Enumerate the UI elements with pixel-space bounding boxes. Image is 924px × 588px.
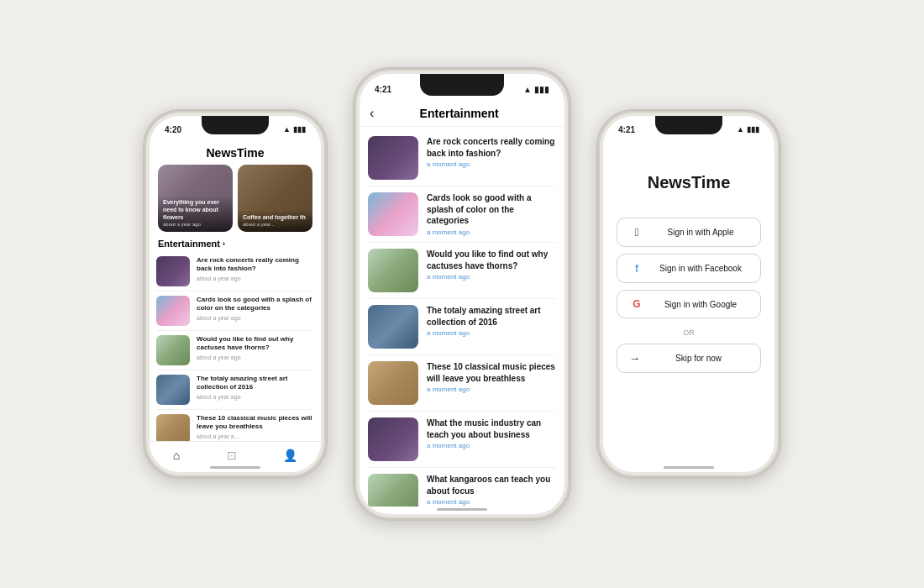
list-item[interactable]: Are rock concerts really coming back int… xyxy=(156,252,314,291)
phone-2: 4:21 ▲ ▮▮▮ ‹ Entertainment Are rock conc… xyxy=(353,67,571,521)
sign-facebook-label: Sign in with Facebook xyxy=(653,264,748,273)
cat-date-7: a moment ago xyxy=(427,498,556,506)
cat-thumb-4 xyxy=(368,305,418,349)
skip-button[interactable]: → Skip for now xyxy=(617,344,761,373)
featured-card-1[interactable]: Everything you ever need to know about f… xyxy=(158,165,233,232)
category-header: ‹ Entertainment xyxy=(360,101,564,127)
sign-apple-button[interactable]:  Sign in with Apple xyxy=(617,218,761,247)
cat-text-5: These 10 classical music pieces will lea… xyxy=(427,361,556,393)
vol-btn-up-3 xyxy=(596,203,597,223)
home-title: NewsTime xyxy=(150,139,321,165)
news-date-3: about a year ago xyxy=(197,354,314,360)
bookmark-icon[interactable]: ⊡ xyxy=(227,449,237,462)
arrow-icon: → xyxy=(629,352,640,365)
list-item[interactable]: Cards look so good with a splash of colo… xyxy=(368,186,556,243)
featured-overlay-1: Everything you ever need to know about f… xyxy=(158,195,233,232)
status-icons-2: ▲ ▮▮▮ xyxy=(523,85,549,94)
battery-icon-2: ▮▮▮ xyxy=(534,85,549,94)
sign-facebook-button[interactable]: f Sign in with Facebook xyxy=(617,254,761,283)
cat-thumb-7 xyxy=(368,474,418,507)
time-2: 4:21 xyxy=(375,85,391,94)
category-title: Entertainment xyxy=(381,107,538,120)
featured-date-1: about a year ago xyxy=(163,222,228,228)
cat-title-5: These 10 classical music pieces will lea… xyxy=(427,361,556,384)
home-icon[interactable]: ⌂ xyxy=(173,449,180,462)
cat-thumb-2 xyxy=(368,192,418,236)
section-header[interactable]: Entertainment › xyxy=(150,232,321,252)
status-icons-3: ▲ ▮▮▮ xyxy=(737,125,759,134)
cat-title-4: The totaly amazing street art collection… xyxy=(427,305,556,328)
news-list: Are rock concerts really coming back int… xyxy=(150,252,321,449)
or-divider: OR xyxy=(683,328,695,337)
home-indicator-3 xyxy=(664,466,714,469)
list-item[interactable]: The totaly amazing street art collection… xyxy=(368,299,556,355)
category-list[interactable]: Are rock concerts really coming back int… xyxy=(360,127,564,507)
news-text-2: Cards look so good with a splash of colo… xyxy=(197,296,314,321)
thumb-concerts-1 xyxy=(156,256,190,286)
login-content: NewsTime  Sign in with Apple f Sign in … xyxy=(603,139,774,472)
list-item[interactable]: The totaly amazing street art collection… xyxy=(156,370,314,410)
news-title-1: Are rock concerts really coming back int… xyxy=(197,256,314,274)
featured-overlay-2: Coffee and together th about a year... xyxy=(238,210,312,232)
battery-icon-3: ▮▮▮ xyxy=(747,125,759,134)
notch-3 xyxy=(655,116,722,134)
list-item[interactable]: Cards look so good with a splash of colo… xyxy=(156,291,314,331)
cat-thumb-6 xyxy=(368,417,418,461)
news-date-4: about a year ago xyxy=(197,394,314,400)
news-title-5: These 10 classical music pieces will lea… xyxy=(197,414,314,432)
cat-title-2: Cards look so good with a splash of colo… xyxy=(427,192,556,227)
phone-3: 4:21 ▲ ▮▮▮ NewsTime  Sign in with Apple… xyxy=(596,109,781,479)
vol-btn-down-2 xyxy=(353,188,354,208)
vol-btn-up-2 xyxy=(353,161,354,181)
news-text-1: Are rock concerts really coming back int… xyxy=(197,256,314,281)
cat-text-2: Cards look so good with a splash of colo… xyxy=(427,192,556,236)
login-logo: NewsTime xyxy=(648,173,731,192)
home-indicator-1 xyxy=(210,466,260,469)
cat-date-4: a moment ago xyxy=(427,329,556,337)
thumb-music-1 xyxy=(156,414,190,444)
featured-date-2: about a year... xyxy=(243,222,307,228)
cat-thumb-5 xyxy=(368,361,418,405)
thumb-color-1 xyxy=(156,296,190,326)
featured-title-2: Coffee and together th xyxy=(243,213,307,221)
news-date-1: about a year ago xyxy=(197,276,314,281)
sign-google-label: Sign in with Google xyxy=(653,300,748,309)
cat-title-3: Would you like to find out why cactuses … xyxy=(427,249,556,271)
cat-title-1: Are rock concerts really coming back int… xyxy=(427,136,556,159)
news-text-3: Would you like to find out why cactuses … xyxy=(197,335,314,360)
section-label: Entertainment xyxy=(158,239,220,249)
phone-2-screen: 4:21 ▲ ▮▮▮ ‹ Entertainment Are rock conc… xyxy=(360,74,564,514)
cat-text-3: Would you like to find out why cactuses … xyxy=(427,249,556,281)
category-content: ‹ Entertainment Are rock concerts really… xyxy=(360,101,564,514)
news-date-5: about a year a... xyxy=(197,433,314,439)
sign-google-button[interactable]: G Sign in with Google xyxy=(617,290,761,318)
list-item[interactable]: Would you like to find out why cactuses … xyxy=(368,243,556,299)
cat-text-7: What kangaroos can teach you about focus… xyxy=(427,474,556,506)
cat-text-6: What the music industry can teach you ab… xyxy=(427,417,556,449)
phone-1-screen: 4:20 ▲ ▮▮▮ NewsTime Everything you ever … xyxy=(150,116,321,472)
cat-date-5: a moment ago xyxy=(427,386,556,393)
featured-card-2[interactable]: Coffee and together th about a year... xyxy=(238,165,312,232)
list-item[interactable]: What the music industry can teach you ab… xyxy=(368,412,556,468)
cat-text-4: The totaly amazing street art collection… xyxy=(427,305,556,337)
thumb-cactus-1 xyxy=(156,335,190,365)
battery-icon-1: ▮▮▮ xyxy=(293,125,306,134)
sign-apple-label: Sign in with Apple xyxy=(653,228,748,237)
cat-date-2: a moment ago xyxy=(427,228,556,236)
cat-thumb-1 xyxy=(368,136,418,180)
back-button[interactable]: ‹ xyxy=(370,106,374,121)
profile-icon[interactable]: 👤 xyxy=(283,449,297,462)
list-item[interactable]: Are rock concerts really coming back int… xyxy=(368,130,556,186)
wifi-icon-3: ▲ xyxy=(737,125,744,134)
list-item[interactable]: These 10 classical music pieces will lea… xyxy=(368,355,556,412)
vol-btn-down-3 xyxy=(596,230,597,250)
time-3: 4:21 xyxy=(618,125,635,134)
vol-btn-down xyxy=(143,230,144,250)
list-item[interactable]: Would you like to find out why cactuses … xyxy=(156,331,314,370)
featured-row: Everything you ever need to know about f… xyxy=(150,165,321,232)
cat-thumb-3 xyxy=(368,249,418,292)
facebook-icon: f xyxy=(629,262,644,275)
vol-btn-up xyxy=(143,203,144,223)
notch-2 xyxy=(420,74,504,96)
list-item[interactable]: What kangaroos can teach you about focus… xyxy=(368,468,556,507)
